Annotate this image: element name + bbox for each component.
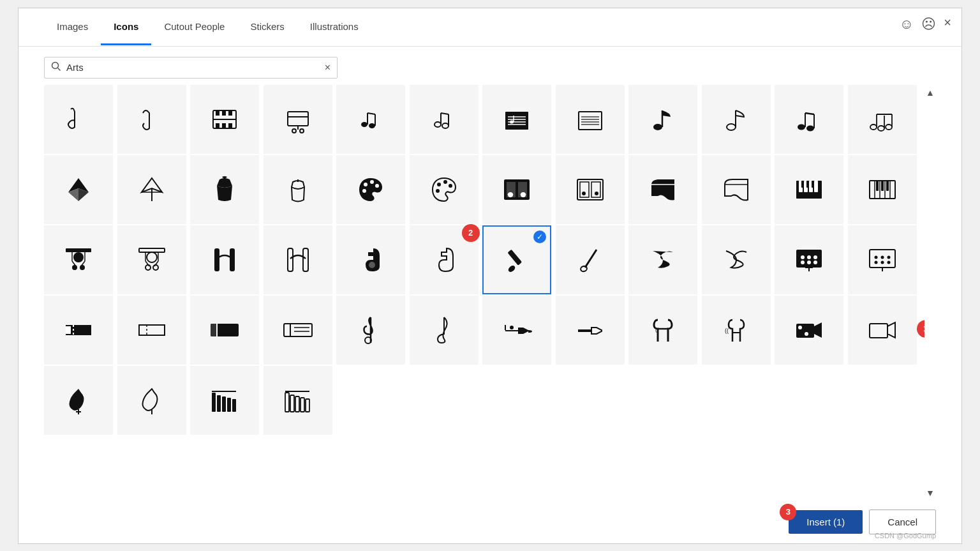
icon-cell[interactable] (190, 366, 259, 435)
svg-line-47 (805, 113, 814, 114)
icon-cell[interactable] (702, 85, 771, 154)
svg-rect-98 (66, 248, 91, 252)
check-badge: ✓ (533, 230, 546, 243)
icon-cell[interactable]: 1 (848, 296, 917, 365)
svg-point-69 (436, 189, 440, 193)
svg-point-79 (595, 192, 598, 195)
icon-cell[interactable] (628, 85, 697, 154)
scroll-up-arrow[interactable]: ▲ (926, 87, 935, 98)
icon-cell[interactable] (482, 155, 551, 224)
svg-rect-8 (216, 123, 219, 128)
svg-rect-170 (232, 399, 236, 412)
icon-cell[interactable]: 2 (410, 225, 479, 294)
icon-cell[interactable] (410, 85, 479, 154)
icon-cell[interactable]: (( (702, 296, 771, 365)
icon-cell[interactable] (628, 225, 697, 294)
icon-cell[interactable] (410, 296, 479, 365)
icon-cell[interactable] (848, 225, 917, 294)
tab-stickers[interactable]: Stickers (237, 10, 297, 45)
icon-cell[interactable] (190, 296, 259, 365)
negative-feedback-button[interactable]: ☹ (921, 16, 936, 33)
icon-grid-container[interactable]: 2 ✓ (44, 85, 924, 501)
icon-cell[interactable] (702, 155, 771, 224)
icon-cell[interactable] (482, 296, 551, 365)
cancel-button[interactable]: Cancel (869, 509, 936, 534)
icon-cell[interactable] (264, 366, 332, 435)
svg-rect-89 (812, 181, 814, 188)
svg-point-17 (361, 122, 368, 127)
icon-cell[interactable] (44, 155, 113, 224)
icon-cell[interactable] (264, 155, 332, 224)
icon-cell[interactable] (117, 296, 186, 365)
svg-point-159 (798, 326, 802, 329)
icon-cell[interactable] (556, 225, 625, 294)
icon-cell[interactable] (44, 85, 113, 154)
svg-point-67 (443, 180, 447, 184)
tab-icons[interactable]: Icons (101, 10, 151, 45)
svg-point-19 (369, 123, 375, 128)
icon-cell[interactable] (482, 85, 551, 154)
tab-illustrations[interactable]: Illustrations (297, 10, 371, 45)
svg-rect-173 (290, 395, 294, 412)
svg-point-16 (300, 129, 304, 133)
icon-cell[interactable] (336, 155, 405, 224)
icon-cell[interactable] (190, 155, 259, 224)
icon-cell[interactable] (264, 225, 332, 294)
icon-cell[interactable] (336, 85, 405, 154)
icon-cell-empty (336, 366, 405, 435)
insert-button[interactable]: Insert (1) (789, 510, 863, 534)
icon-cell[interactable] (336, 296, 405, 365)
svg-point-104 (72, 265, 77, 270)
icon-cell[interactable] (556, 296, 625, 365)
icon-cell[interactable] (848, 155, 917, 224)
icon-cell[interactable] (264, 296, 332, 365)
icon-cell[interactable]: (( (628, 296, 697, 365)
icon-cell[interactable] (190, 225, 259, 294)
svg-rect-88 (806, 181, 809, 188)
svg-point-137 (880, 255, 884, 259)
icon-cell[interactable] (117, 85, 186, 154)
svg-point-135 (887, 260, 890, 264)
search-input[interactable] (66, 62, 325, 73)
svg-point-126 (813, 260, 817, 264)
tab-images[interactable]: Images (44, 10, 101, 45)
icon-cell[interactable] (117, 225, 186, 294)
icon-cell[interactable] (44, 296, 113, 365)
svg-rect-7 (228, 110, 232, 116)
icon-cell[interactable] (556, 85, 625, 154)
svg-marker-158 (814, 322, 822, 338)
icon-cell[interactable] (775, 296, 843, 365)
icon-cell[interactable] (410, 155, 479, 224)
icon-cell[interactable] (775, 225, 843, 294)
icon-cell[interactable] (775, 85, 843, 154)
icon-cell[interactable] (44, 225, 113, 294)
icon-cell[interactable] (336, 225, 405, 294)
positive-feedback-button[interactable]: ☺ (900, 16, 914, 33)
icon-cell[interactable] (702, 225, 771, 294)
icon-cell[interactable] (117, 366, 186, 435)
icon-cell-selected[interactable]: ✓ (482, 225, 551, 294)
search-clear-button[interactable]: × (325, 62, 330, 73)
search-area: × (19, 47, 961, 85)
icon-cell[interactable] (190, 85, 259, 154)
svg-point-122 (579, 265, 587, 272)
svg-point-43 (798, 124, 805, 130)
icon-cell[interactable] (44, 366, 113, 435)
icon-cell[interactable] (628, 155, 697, 224)
scrollbar[interactable]: ▲ ▼ (924, 85, 936, 501)
tab-bar: Images Icons Cutout People Stickers Illu… (19, 8, 961, 47)
badge-2: 2 (462, 224, 480, 242)
icon-cell[interactable] (117, 155, 186, 224)
icon-grid: 2 ✓ (44, 85, 919, 435)
icon-cell[interactable] (775, 155, 843, 224)
icon-cell[interactable] (264, 85, 332, 154)
scroll-down-arrow[interactable]: ▼ (926, 488, 935, 498)
icon-cell[interactable] (848, 85, 917, 154)
svg-rect-12 (288, 112, 308, 126)
svg-rect-34 (579, 112, 602, 130)
tab-cutout-people[interactable]: Cutout People (151, 10, 237, 45)
svg-rect-114 (214, 248, 219, 271)
svg-rect-96 (881, 181, 884, 191)
svg-rect-9 (222, 123, 226, 128)
icon-cell[interactable] (556, 155, 625, 224)
